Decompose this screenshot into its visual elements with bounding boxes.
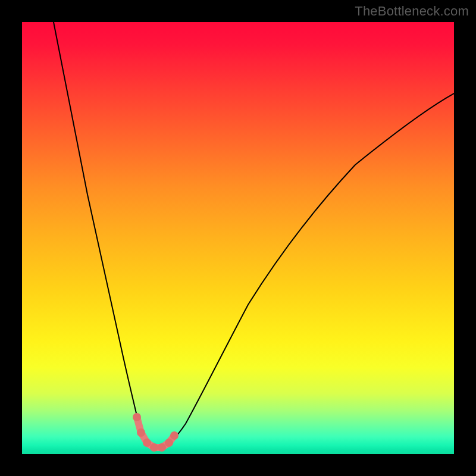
plot-area [22, 22, 454, 454]
bottleneck-curve [54, 22, 454, 448]
watermark-text: TheBottleneck.com [355, 4, 469, 19]
curve-svg [22, 22, 454, 454]
highlight-dot [165, 439, 173, 447]
highlight-dot [133, 413, 141, 421]
highlight-dot [158, 443, 166, 452]
highlight-dot [143, 439, 151, 447]
highlight-dot [137, 428, 145, 437]
chart-frame: TheBottleneck.com [0, 0, 476, 476]
highlight-dot [170, 431, 178, 440]
highlight-dot [150, 443, 158, 452]
